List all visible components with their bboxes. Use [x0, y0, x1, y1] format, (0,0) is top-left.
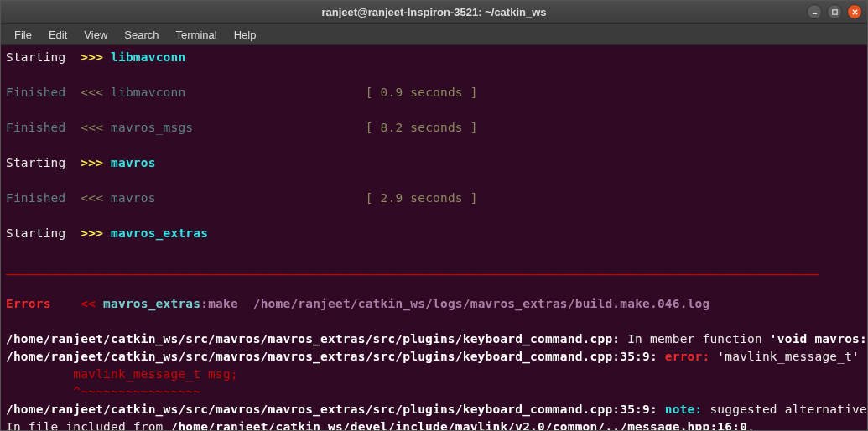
build-line: Finished <<< mavros [ 2.9 seconds ] [6, 191, 478, 205]
svg-rect-1 [832, 9, 836, 13]
build-line: Starting >>> libmavconn [6, 50, 185, 64]
terminal-window: ranjeet@ranjeet-Inspiron-3521: ~/catkin_… [0, 0, 868, 431]
separator-line: ________________________________________… [6, 260, 862, 278]
menu-edit[interactable]: Edit [42, 26, 74, 44]
compiler-line: /home/ranjeet/catkin_ws/src/mavros/mavro… [6, 402, 867, 416]
close-button[interactable] [847, 4, 862, 19]
menu-terminal[interactable]: Terminal [169, 26, 224, 44]
window-controls [807, 4, 862, 19]
build-line: Finished <<< libmavconn [ 0.9 seconds ] [6, 86, 478, 99]
maximize-button[interactable] [827, 4, 842, 19]
build-line: Starting >>> mavros_extras [6, 226, 208, 240]
compiler-line: /home/ranjeet/catkin_ws/src/mavros/mavro… [6, 332, 867, 345]
compiler-codeline: mavlink_message_t msg; [6, 367, 238, 381]
menu-view[interactable]: View [77, 26, 114, 44]
build-line: Finished <<< mavros_msgs [ 8.2 seconds ] [6, 121, 478, 134]
terminal-output[interactable]: Starting >>> libmavconn Finished <<< lib… [1, 45, 867, 430]
menu-help[interactable]: Help [227, 26, 263, 44]
window-title: ranjeet@ranjeet-Inspiron-3521: ~/catkin_… [321, 6, 546, 18]
errors-header: Errors << mavros_extras:make /home/ranje… [6, 297, 709, 310]
compiler-caret: ^~~~~~~~~~~~~~~~~ [6, 385, 200, 398]
menu-file[interactable]: File [8, 26, 39, 44]
menu-bar: File Edit View Search Terminal Help [1, 24, 867, 45]
minimize-button[interactable] [807, 4, 822, 19]
menu-search[interactable]: Search [117, 26, 165, 44]
compiler-line: /home/ranjeet/catkin_ws/src/mavros/mavro… [6, 350, 867, 363]
title-bar: ranjeet@ranjeet-Inspiron-3521: ~/catkin_… [1, 1, 867, 24]
build-line: Starting >>> mavros [6, 156, 156, 169]
compiler-line: In file included from /home/ranjeet/catk… [6, 420, 755, 430]
